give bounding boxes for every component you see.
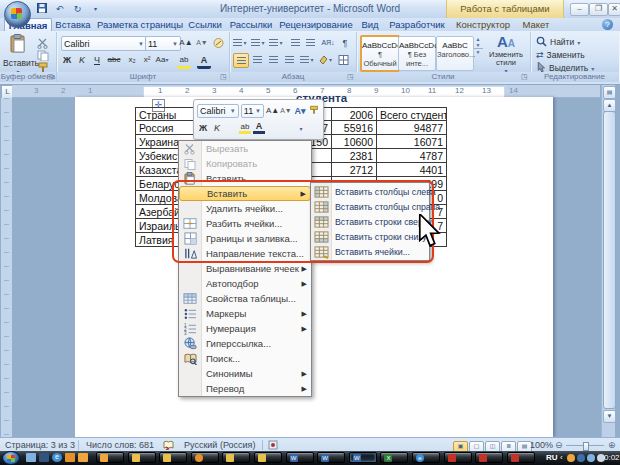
tray-messenger-icon[interactable]: [567, 454, 575, 462]
taskbar-button-11[interactable]: e: [412, 452, 440, 463]
mini-styles-button[interactable]: A▾: [294, 106, 306, 116]
tray-chevron-icon[interactable]: ‹: [560, 453, 563, 462]
clipboard-dialog-launcher-icon[interactable]: ◳: [47, 73, 55, 81]
tray-bluetooth-icon[interactable]: [577, 454, 585, 462]
tab-6[interactable]: Рецензирование: [276, 18, 356, 31]
styles-dialog-launcher-icon[interactable]: ◳: [521, 73, 529, 81]
table-cell[interactable]: 4787: [377, 149, 447, 163]
context-menu-item-14[interactable]: Гиперссылка...: [179, 336, 311, 351]
vertical-ruler[interactable]: [1, 98, 12, 437]
context-menu-item-16[interactable]: Синонимы▶: [179, 366, 311, 381]
subscript-button[interactable]: x₂: [125, 53, 139, 66]
context-menu-item-13[interactable]: 123Нумерация▶: [179, 321, 311, 336]
zoom-in-icon[interactable]: ⊕: [608, 440, 616, 450]
save-button[interactable]: [34, 3, 49, 15]
context-menu-item-11[interactable]: Свойства таблицы...: [179, 291, 311, 306]
sort-button[interactable]: АЯ↓: [321, 36, 335, 49]
taskbar-button-6[interactable]: [254, 452, 282, 463]
taskbar-button-13[interactable]: [475, 452, 503, 463]
mini-highlight-button[interactable]: ab: [239, 122, 251, 134]
paste-button[interactable]: Вставить ▾: [3, 34, 33, 72]
tab-5[interactable]: Рассылки: [226, 18, 276, 31]
replace-button[interactable]: ⇄Заменить: [536, 49, 585, 61]
clear-formatting-button[interactable]: [211, 36, 225, 49]
taskbar-button-4[interactable]: [191, 452, 219, 463]
style-preview-3[interactable]: AaBbCЗаголово...: [436, 36, 474, 71]
quicklaunch-ie-icon[interactable]: e: [52, 453, 62, 462]
help-icon[interactable]: ?: [602, 19, 613, 30]
context-menu-item-9[interactable]: Выравнивание ячеек▶: [179, 261, 311, 276]
taskbar-button-12[interactable]: [444, 452, 472, 463]
vertical-scrollbar[interactable]: ▤ ▲ ▼: [601, 85, 615, 437]
shrink-font-button[interactable]: А▼: [195, 36, 209, 49]
tab-7[interactable]: Вид: [356, 18, 384, 31]
quicklaunch-media-player-icon[interactable]: [65, 453, 75, 462]
table-cell[interactable]: 2006: [332, 107, 377, 121]
tab-9[interactable]: Конструктор: [450, 18, 516, 31]
tab-8[interactable]: Разработчик: [384, 18, 450, 31]
undo-button[interactable]: ↶: [52, 3, 67, 15]
taskbar-button-5[interactable]: [222, 452, 250, 463]
taskbar-button-8[interactable]: W: [317, 452, 345, 463]
numbering-button[interactable]: ▾: [251, 36, 265, 49]
style-preview-1[interactable]: AaBbCcDc¶ Обычный: [360, 35, 400, 72]
style-preview-2[interactable]: AaBbCcDc¶ Без инте...: [398, 36, 436, 71]
taskbar-button-1[interactable]: [96, 452, 124, 463]
scrollbar-thumb[interactable]: [603, 111, 616, 409]
quicklaunch-window-switcher-icon[interactable]: [39, 453, 49, 462]
show-marks-button[interactable]: ¶: [338, 36, 352, 49]
taskbar-button-3[interactable]: [159, 452, 187, 463]
context-menu-item-12[interactable]: Маркеры▶: [179, 306, 311, 321]
table-cell[interactable]: 4401: [377, 163, 447, 177]
mini-shrink-font-button[interactable]: А▼: [280, 107, 292, 114]
bold-button[interactable]: Ж: [60, 53, 74, 66]
change-styles-button[interactable]: AA Изменить стили ▾: [485, 34, 527, 74]
line-spacing-button[interactable]: ▾: [300, 53, 314, 66]
table-cell[interactable]: Всего студентов: [377, 107, 447, 121]
tab-3[interactable]: Разметка страницы: [96, 18, 184, 31]
quicklaunch-show-desktop-icon[interactable]: [26, 453, 36, 462]
start-button[interactable]: [2, 451, 20, 465]
page-indicator[interactable]: Страница: 3 из 3: [5, 440, 75, 450]
zoom-out-icon[interactable]: ⊖: [555, 440, 563, 450]
context-menu-item-15[interactable]: Поиск...: [179, 351, 311, 366]
taskbar-button-10[interactable]: X: [380, 452, 408, 463]
font-size-combo[interactable]: 11▼: [145, 36, 181, 51]
language-indicator[interactable]: Русский (Россия): [184, 440, 255, 450]
taskbar-button-9-active[interactable]: W: [349, 452, 377, 463]
tab-10[interactable]: Макет: [516, 18, 556, 31]
mini-font-size-combo[interactable]: 11▼: [241, 104, 264, 118]
mini-italic-button[interactable]: K: [211, 123, 223, 133]
word-count[interactable]: Число слов: 681: [86, 440, 154, 450]
context-menu-item-1[interactable]: Вырезать: [179, 141, 311, 156]
office-button[interactable]: [4, 1, 31, 28]
redo-button[interactable]: ↻: [70, 3, 85, 15]
font-color-button[interactable]: А: [197, 53, 211, 69]
context-menu-item-10[interactable]: Автоподбор▶: [179, 276, 311, 291]
scroll-down-icon[interactable]: ▼: [603, 410, 616, 423]
align-left-button[interactable]: [233, 53, 249, 68]
taskbar-button-14[interactable]: [507, 452, 535, 463]
close-button[interactable]: ✕: [608, 3, 620, 16]
tab-4[interactable]: Ссылки: [184, 18, 226, 31]
tab-2[interactable]: Вставка: [50, 18, 96, 31]
paragraph-dialog-launcher-icon[interactable]: ◳: [347, 73, 355, 81]
table-cell[interactable]: 16071: [377, 135, 447, 149]
align-right-button[interactable]: [266, 53, 280, 66]
mini-font-name-combo[interactable]: Calibri▼: [197, 104, 239, 118]
borders-button[interactable]: [336, 53, 350, 66]
taskbar-button-2[interactable]: [128, 452, 156, 463]
ruler-toggle-icon[interactable]: ▤: [603, 86, 616, 99]
context-menu-item-2[interactable]: Копировать: [179, 156, 311, 171]
strikethrough-button[interactable]: abc: [107, 53, 121, 66]
context-menu-item-17[interactable]: Перевод▶: [179, 381, 311, 396]
mini-grow-font-button[interactable]: А▲: [266, 106, 278, 115]
justify-button[interactable]: [282, 53, 296, 66]
table-cell[interactable]: 2712: [332, 163, 377, 177]
qat-customize-button[interactable]: ▾: [88, 3, 103, 15]
decrease-indent-button[interactable]: [288, 36, 302, 49]
mini-format-painter-button[interactable]: [308, 105, 320, 117]
zoom-slider-thumb[interactable]: [583, 442, 589, 451]
tray-language[interactable]: RU: [546, 453, 558, 462]
table-cell[interactable]: 94877: [377, 121, 447, 135]
